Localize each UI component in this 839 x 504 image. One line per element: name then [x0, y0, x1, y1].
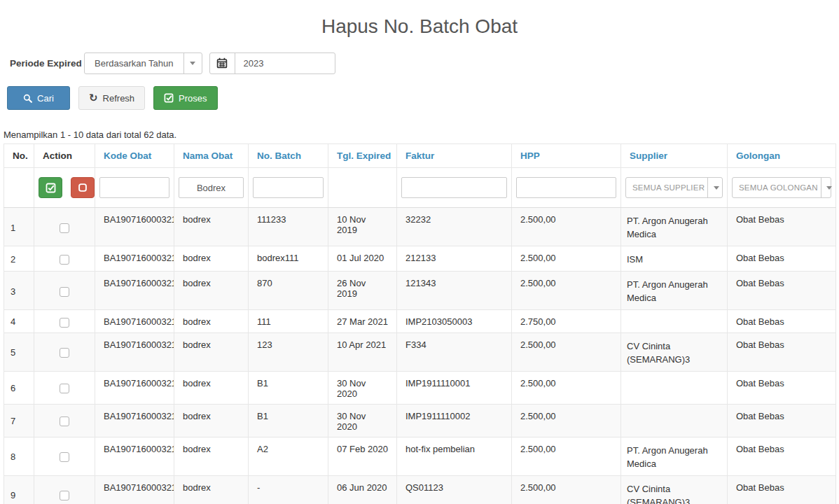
search-icon	[23, 94, 32, 103]
row-action-cell	[34, 371, 95, 404]
proses-button[interactable]: Proses	[153, 86, 217, 110]
check-all-button[interactable]	[39, 177, 62, 198]
col-header-no-batch[interactable]: No. Batch	[249, 144, 328, 168]
col-header-supplier[interactable]: Supplier	[621, 144, 728, 168]
uncheck-all-button[interactable]	[71, 177, 95, 198]
filter-supplier-value: SEMUA SUPPLIER	[626, 178, 707, 197]
cell-kode-obat: BA190716000321	[95, 272, 174, 310]
filter-no-batch-input[interactable]	[253, 177, 324, 198]
cell-hpp: 2.500,00	[512, 437, 621, 475]
cell-tgl-expired: 26 Nov 2019	[328, 272, 397, 310]
table-row: 8 BA190716000321 bodrex A2 07 Feb 2020 h…	[4, 437, 836, 475]
row-checkbox[interactable]	[60, 491, 69, 500]
row-action-cell	[34, 332, 95, 371]
year-input[interactable]	[235, 53, 335, 74]
cell-kode-obat: BA190716000321	[95, 371, 174, 404]
cell-nama-obat: bodrex	[174, 272, 249, 310]
cell-golongan: Obat Bebas	[728, 332, 836, 371]
cell-faktur: 32232	[397, 208, 512, 246]
cell-supplier: PT. Argon Anugerah Medica	[621, 272, 728, 310]
table-row: 9 BA190716000321 bodrex - 06 Jun 2020 QS…	[4, 475, 836, 504]
calendar-icon	[210, 53, 235, 74]
cell-tgl-expired: 07 Feb 2020	[328, 437, 397, 475]
row-number: 7	[4, 404, 34, 437]
row-checkbox[interactable]	[60, 452, 69, 462]
row-number: 5	[4, 332, 34, 371]
cell-hpp: 2.500,00	[512, 404, 621, 437]
filter-cell-nama-obat	[174, 168, 249, 208]
cell-kode-obat: BA190716000321	[95, 310, 174, 333]
cell-nama-obat: bodrex	[174, 371, 249, 404]
row-checkbox[interactable]	[60, 384, 69, 393]
cell-hpp: 2.750,00	[512, 310, 621, 333]
col-header-nama-obat[interactable]: Nama Obat	[174, 144, 249, 168]
cell-nama-obat: bodrex	[174, 310, 249, 333]
cell-faktur: 121343	[397, 272, 512, 310]
row-action-cell	[34, 272, 95, 310]
filter-nama-obat-input[interactable]	[179, 177, 244, 198]
check-square-icon	[164, 93, 174, 103]
year-input-group	[209, 52, 335, 74]
proses-button-label: Proses	[179, 93, 207, 104]
cari-button[interactable]: Cari	[7, 86, 70, 110]
cell-supplier: PT. Argon Anugerah Medica	[621, 208, 728, 246]
filter-cell-no	[4, 168, 34, 208]
row-checkbox[interactable]	[60, 287, 69, 297]
cell-hpp: 2.500,00	[512, 371, 621, 404]
cell-no-batch: A2	[249, 437, 328, 475]
cell-tgl-expired: 10 Nov 2019	[328, 208, 397, 246]
cell-golongan: Obat Bebas	[728, 310, 836, 333]
table-filter-row: SEMUA SUPPLIER SEMUA GOLONGAN	[4, 168, 836, 208]
row-checkbox[interactable]	[60, 348, 69, 358]
cell-tgl-expired: 01 Jul 2020	[328, 246, 397, 272]
filter-cell-supplier: SEMUA SUPPLIER	[621, 168, 728, 208]
cell-supplier: ISM	[621, 246, 728, 272]
caret-down-icon	[183, 53, 202, 74]
cell-kode-obat: BA190716000321	[95, 208, 174, 246]
cell-no-batch: bodrex111	[249, 246, 328, 272]
filter-faktur-input[interactable]	[401, 177, 507, 198]
action-buttons-row: Cari ↻ Refresh Proses	[7, 86, 839, 110]
filter-hpp-input[interactable]	[516, 177, 616, 198]
table-body: 1 BA190716000321 bodrex 111233 10 Nov 20…	[4, 208, 836, 504]
cell-no-batch: -	[249, 475, 328, 504]
col-header-kode-obat[interactable]: Kode Obat	[95, 144, 174, 168]
cell-golongan: Obat Bebas	[728, 437, 836, 475]
cell-kode-obat: BA190716000321	[95, 437, 174, 475]
table-row: 4 BA190716000321 bodrex 111 27 Mar 2021 …	[4, 310, 836, 333]
row-checkbox[interactable]	[60, 416, 69, 426]
cell-kode-obat: BA190716000321	[95, 332, 174, 371]
table-row: 5 BA190716000321 bodrex 123 10 Apr 2021 …	[4, 332, 836, 371]
row-number: 4	[4, 310, 34, 333]
filter-supplier-select[interactable]: SEMUA SUPPLIER	[625, 177, 723, 198]
caret-down-icon	[707, 178, 724, 197]
col-header-faktur[interactable]: Faktur	[397, 144, 512, 168]
cell-hpp: 2.500,00	[512, 475, 621, 504]
col-header-hpp[interactable]: HPP	[512, 144, 621, 168]
batch-obat-table: No. Action Kode Obat Nama Obat No. Batch…	[4, 144, 836, 504]
filter-kode-obat-input[interactable]	[99, 177, 169, 198]
cell-tgl-expired: 10 Apr 2021	[328, 332, 397, 371]
row-checkbox[interactable]	[60, 223, 69, 233]
filter-golongan-select[interactable]: SEMUA GOLONGAN	[732, 177, 831, 198]
row-action-cell	[34, 246, 95, 272]
refresh-button[interactable]: ↻ Refresh	[78, 86, 145, 110]
row-action-cell	[34, 404, 95, 437]
row-number: 3	[4, 272, 34, 310]
filter-cell-no-batch	[249, 168, 328, 208]
row-action-cell	[34, 475, 95, 504]
cell-tgl-expired: 30 Nov 2020	[328, 404, 397, 437]
row-checkbox[interactable]	[60, 255, 69, 265]
cell-no-batch: B1	[249, 404, 328, 437]
cell-nama-obat: bodrex	[174, 208, 249, 246]
periode-mode-select[interactable]: Berdasarkan Tahun	[84, 52, 202, 74]
col-header-tgl-expired[interactable]: Tgl. Expired	[328, 144, 397, 168]
col-header-golongan[interactable]: Golongan	[728, 144, 836, 168]
periode-expired-label: Periode Expired	[10, 58, 84, 69]
cell-supplier	[621, 371, 728, 404]
cell-nama-obat: bodrex	[174, 437, 249, 475]
row-action-cell	[34, 208, 95, 246]
row-number: 1	[4, 208, 34, 246]
cell-golongan: Obat Bebas	[728, 246, 836, 272]
row-checkbox[interactable]	[60, 318, 69, 328]
